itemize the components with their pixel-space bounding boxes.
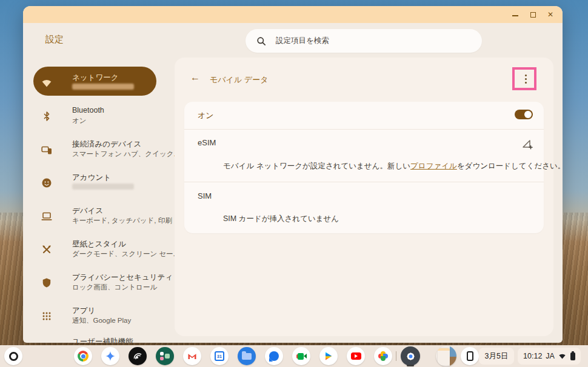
status-tray-button[interactable]: 10:12 JA <box>518 348 581 365</box>
launcher-icon <box>9 352 18 361</box>
wifi-status-icon <box>558 352 566 360</box>
sidebar-item-label: アプリ <box>72 306 95 316</box>
sidebar-item-device[interactable]: デバイス キーボード, タッチパッド, 印刷 <box>33 202 167 231</box>
shelf-separator <box>396 351 396 361</box>
meet-app-button[interactable] <box>292 347 310 365</box>
phone-hub-button[interactable] <box>461 347 479 365</box>
sidebar-item-accessibility[interactable]: ユーザー補助機能 <box>33 333 167 343</box>
sidebar-item-label: デバイス <box>72 206 103 216</box>
sidebar-item-network[interactable]: ネットワーク <box>33 69 167 98</box>
gemini-app-button[interactable] <box>101 347 119 365</box>
search-input[interactable]: 設定項目を検索 <box>246 29 482 53</box>
sim-description: SIM カードが挿入されていません <box>223 214 339 224</box>
play-store-app-button[interactable] <box>319 347 338 365</box>
esim-description-prefix: モバイル ネットワークが設定されていません。新しい <box>223 162 410 170</box>
sidebar-item-label: 壁紙とスタイル <box>72 239 126 250</box>
sidebar-item-bluetooth[interactable]: Bluetooth オン <box>33 102 167 131</box>
page-title: モバイル データ <box>210 74 268 85</box>
meet-camera-icon <box>296 353 307 360</box>
sidebar-item-sublabel: オン <box>72 116 87 125</box>
youtube-app-button[interactable] <box>347 347 365 365</box>
sidebar-item-label: 接続済みのデバイス <box>72 139 141 150</box>
photos-pinwheel-icon <box>378 351 388 361</box>
app-title: 設定 <box>45 34 64 45</box>
window-titlebar: ✕ <box>23 6 563 23</box>
settings-window: ✕ 設定 設定項目を検索 ネットワーク Bluetooth オン <box>23 6 563 343</box>
calendar-icon: 31 <box>215 351 224 361</box>
mobile-data-panel: ← モバイル データ オン eSIM モバイル ネットワークが設定されていません… <box>175 58 553 336</box>
photos-app-button[interactable] <box>374 347 392 365</box>
battery-icon <box>570 352 575 360</box>
sidebar-item-label: Bluetooth <box>72 106 104 114</box>
mobile-data-card: オン eSIM モバイル ネットワークが設定されていません。新しいプロファイルを… <box>184 102 544 233</box>
account-icon <box>41 177 52 188</box>
chrome-icon <box>78 351 89 362</box>
gemini-spark-icon <box>105 351 116 362</box>
settings-sidebar: ネットワーク Bluetooth オン 接続済みのデバイス スマートフォン ハブ… <box>23 58 175 343</box>
shapes-app-icon <box>159 351 170 362</box>
canvas-app-button[interactable] <box>156 347 174 365</box>
sidebar-item-sublabel: キーボード, タッチパッド, 印刷 <box>72 216 172 225</box>
ime-label: JA <box>546 352 555 360</box>
sidebar-item-apps[interactable]: アプリ 通知、Google Play <box>33 302 167 331</box>
time-label: 10:12 <box>523 352 542 360</box>
play-store-icon <box>324 351 333 361</box>
screencast-app-button[interactable] <box>129 347 147 365</box>
sidebar-item-sublabel: ダークモード、スクリーン セー... <box>72 250 179 259</box>
annotation-highlight-box <box>512 67 536 90</box>
apps-grid-icon <box>41 311 52 322</box>
shield-icon <box>41 277 52 288</box>
window-preview-button[interactable] <box>436 346 456 366</box>
sidebar-item-personalization[interactable]: 壁紙とスタイル ダークモード、スクリーン セー... <box>33 236 167 265</box>
mobile-data-toggle[interactable] <box>515 110 533 119</box>
gmail-icon <box>187 351 198 362</box>
esim-description: モバイル ネットワークが設定されていません。新しいプロファイルをダウンロードして… <box>223 161 563 171</box>
phone-icon <box>467 351 473 361</box>
wifi-icon <box>41 78 52 88</box>
sidebar-item-sublabel: 通知、Google Play <box>72 316 131 325</box>
messages-bubble-icon <box>269 351 279 361</box>
messages-app-button[interactable] <box>265 347 283 365</box>
screencast-spiral-icon <box>132 351 143 362</box>
toggle-label: オン <box>198 110 214 121</box>
back-arrow-icon[interactable]: ← <box>190 72 200 83</box>
sim-section-label: SIM <box>198 191 212 200</box>
date-button[interactable]: 3月5日 <box>479 348 514 365</box>
divider <box>184 129 544 130</box>
search-placeholder: 設定項目を検索 <box>276 36 329 46</box>
wallpaper-style-icon <box>41 244 52 255</box>
sidebar-item-label: ユーザー補助機能 <box>72 337 133 343</box>
date-label: 3月5日 <box>485 351 509 362</box>
divider <box>184 182 544 182</box>
sidebar-item-label: プライバシーとセキュリティ <box>72 273 173 283</box>
add-esim-icon[interactable] <box>521 138 533 150</box>
close-button[interactable]: ✕ <box>547 11 554 18</box>
maximize-button[interactable] <box>529 11 536 18</box>
sidebar-item-sublabel: ロック画面、コントロール <box>72 283 157 292</box>
connected-devices-icon <box>41 144 52 155</box>
active-app-indicator <box>407 365 414 366</box>
youtube-icon <box>351 352 361 360</box>
shelf: 31 <box>0 345 588 367</box>
profile-link[interactable]: プロファイル <box>410 162 457 170</box>
sidebar-item-label: アカウント <box>72 173 111 183</box>
redacted-account-email <box>72 183 134 190</box>
minimize-button[interactable] <box>512 11 519 18</box>
gmail-app-button[interactable] <box>183 347 201 365</box>
laptop-icon <box>41 211 52 222</box>
sidebar-item-sublabel: スマートフォン ハブ、クイック... <box>72 150 179 159</box>
launcher-button[interactable] <box>4 347 22 365</box>
esim-description-suffix: をダウンロードしてください。 <box>457 162 563 170</box>
sidebar-item-label: ネットワーク <box>72 73 118 83</box>
calendar-app-button[interactable]: 31 <box>210 347 229 365</box>
settings-gear-icon <box>405 351 416 362</box>
sidebar-item-connected-devices[interactable]: 接続済みのデバイス スマートフォン ハブ、クイック... <box>33 136 167 165</box>
settings-app-button[interactable] <box>401 346 420 366</box>
bluetooth-icon <box>41 111 52 122</box>
files-folder-icon <box>242 353 252 360</box>
sidebar-item-accounts[interactable]: アカウント <box>33 169 167 198</box>
sidebar-item-privacy-security[interactable]: プライバシーとセキュリティ ロック画面、コントロール <box>33 269 167 298</box>
files-app-button[interactable] <box>238 347 256 365</box>
window-controls: ✕ <box>512 6 554 23</box>
chrome-app-button[interactable] <box>74 347 92 365</box>
